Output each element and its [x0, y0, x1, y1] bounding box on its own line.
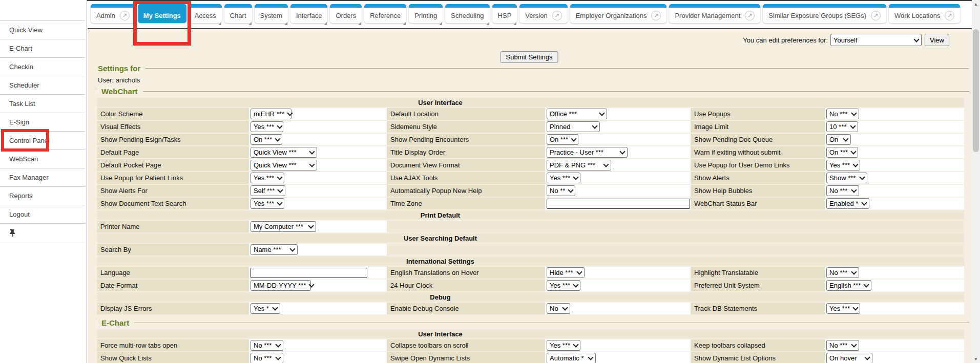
automatically-popup-new-help-cell: No **: [545, 185, 691, 198]
show-alerts-select[interactable]: Show ***: [826, 173, 867, 183]
tab-version[interactable]: Version↗: [519, 4, 567, 23]
enable-debug-console-select[interactable]: No: [547, 303, 570, 314]
help-icon[interactable]: ↗: [552, 11, 562, 20]
webchart-status-bar-select[interactable]: Enabled *: [826, 198, 869, 209]
tab-work-locations[interactable]: Work Locations↗: [889, 4, 960, 23]
setting-row: Show Quick ListsNo ***Swipe Open Dynamic…: [97, 352, 964, 363]
warn-if-exiting-without-submit-select[interactable]: On ***: [826, 147, 858, 158]
printer-name-select[interactable]: My Computer ***: [251, 221, 316, 232]
empty-cell: [387, 244, 964, 257]
chevron-down-icon: [619, 148, 625, 154]
preferences-user-select[interactable]: Yourself: [830, 34, 922, 46]
tab-label: Chart: [230, 12, 246, 19]
submit-settings-button[interactable]: Submit Settings: [500, 51, 558, 63]
vertical-scrollbar[interactable]: ▲ ▼: [972, 0, 980, 363]
scrollbar-thumb[interactable]: [973, 29, 979, 152]
sidemenu-style-select[interactable]: Pinned: [547, 121, 600, 132]
force-multi-row-tabs-open-select[interactable]: No ***: [251, 340, 283, 351]
tab-provider-management[interactable]: Provider Management↗: [669, 4, 760, 23]
tab-hsp[interactable]: HSP: [492, 4, 517, 23]
tab-admin[interactable]: Admin↗: [91, 4, 135, 23]
default-location-select[interactable]: Office ***: [547, 109, 607, 119]
show-document-text-search-select[interactable]: Yes ***: [251, 198, 284, 209]
sidebar-item-e-chart[interactable]: E-Chart: [0, 39, 85, 58]
automatically-popup-new-help-select[interactable]: No **: [547, 185, 575, 196]
select-value: Yes ***: [829, 161, 850, 169]
section-webchart: WebChartUser InterfaceColor SchememiEHR …: [96, 87, 972, 315]
visual-effects-select[interactable]: Yes ***: [251, 121, 283, 132]
pushpin-icon: [9, 229, 15, 237]
help-icon[interactable]: ↗: [120, 11, 130, 20]
sidebar-item-logout[interactable]: Logout: [0, 205, 85, 224]
tab-printing[interactable]: Printing: [409, 4, 443, 23]
show-dynamic-list-options-select[interactable]: On hover: [826, 353, 872, 363]
sidebar-item-scheduler[interactable]: Scheduler: [0, 76, 85, 95]
tab-label: Admin: [96, 12, 115, 19]
sidebar-item-quick-view[interactable]: Quick View: [0, 21, 85, 39]
default-page-select[interactable]: Quick View ***: [251, 147, 317, 158]
time-zone-input[interactable]: [547, 199, 690, 209]
use-popup-for-user-demo-links-select[interactable]: Yes ***: [826, 160, 860, 170]
show-alerts-for-select[interactable]: Self ***: [251, 185, 285, 196]
help-icon[interactable]: ↗: [945, 11, 954, 20]
show-pending-esign-tasks-select[interactable]: On ***: [251, 134, 282, 145]
tab-interface[interactable]: Interface: [290, 4, 328, 23]
language-input[interactable]: [251, 268, 367, 278]
view-button[interactable]: View: [925, 34, 949, 46]
sidebar-item-control-panel[interactable]: Control Panel: [0, 132, 85, 150]
sidebar-pin-toggle[interactable]: [0, 224, 85, 243]
sidebar-item-task-list[interactable]: Task List: [0, 95, 85, 113]
group-header-print-default: Print Default: [97, 210, 964, 221]
group-header-debug: Debug: [97, 292, 964, 303]
collapse-toolbars-on-scroll-select[interactable]: Yes ***: [547, 340, 580, 351]
help-icon[interactable]: ↗: [651, 11, 661, 20]
keep-toolbars-collapsed-select[interactable]: No ***: [826, 340, 859, 351]
scroll-down-arrow[interactable]: ▼: [972, 355, 980, 363]
color-scheme-select[interactable]: miEHR ***: [251, 109, 291, 119]
english-translations-on-hover-select[interactable]: Hide ***: [547, 267, 585, 278]
sidebar-item-checkin[interactable]: Checkin: [0, 58, 85, 76]
document-view-format-select[interactable]: PDF & PNG ***: [547, 160, 611, 170]
sidebar-item-reports[interactable]: Reports: [0, 187, 85, 205]
show-pending-encounters-select[interactable]: On ***: [547, 134, 578, 145]
track-db-statements-select[interactable]: Yes ***: [826, 303, 860, 314]
help-icon[interactable]: ↗: [745, 11, 755, 20]
tab-scheduling[interactable]: Scheduling: [445, 4, 489, 23]
24-hour-clock-select[interactable]: Yes ***: [547, 280, 580, 291]
highlight-translatable-select[interactable]: No ***: [826, 267, 859, 278]
sidebar-item-webscan[interactable]: WebScan: [0, 150, 85, 168]
tab-orders[interactable]: Orders: [330, 4, 362, 23]
use-popup-for-patient-links-select[interactable]: Yes ***: [251, 173, 284, 183]
tab-employer-organizations[interactable]: Employer Organizations↗: [570, 4, 667, 23]
use-popups-select[interactable]: No ***: [826, 109, 859, 119]
show-pending-doc-queue-select[interactable]: On: [826, 134, 851, 145]
sidebar-item-e-sign[interactable]: E-Sign: [0, 113, 85, 132]
show-help-bubbles-select[interactable]: No ***: [826, 185, 859, 196]
tab-reference[interactable]: Reference: [364, 4, 406, 23]
help-icon[interactable]: ↗: [871, 11, 881, 20]
tab-similar-exposure-groups-segs[interactable]: Similar Exposure Groups (SEGs)↗: [763, 4, 886, 23]
default-pocket-page-select[interactable]: Quick View ***: [251, 160, 317, 170]
show-quick-lists-select[interactable]: No ***: [251, 353, 283, 363]
preferred-unit-system-select[interactable]: English ***: [826, 280, 871, 291]
heading-rule: [143, 91, 969, 92]
tab-chart[interactable]: Chart: [224, 4, 252, 23]
color-scheme-cell: miEHR ***: [249, 108, 387, 121]
tab-system[interactable]: System: [255, 4, 288, 23]
setting-row: Date FormatMM-DD-YYYY ***24 Hour ClockYe…: [97, 280, 964, 292]
tab-menu-fold-icon: [358, 22, 361, 25]
setting-row: Visual EffectsYes ***Sidemenu StylePinne…: [97, 121, 964, 134]
swipe-open-dynamic-lists-select[interactable]: Automatic *: [547, 353, 596, 363]
image-limit-select[interactable]: 10 ***: [826, 121, 858, 132]
search-by-select[interactable]: Name ***: [251, 244, 298, 255]
tab-my-settings[interactable]: My Settings: [138, 4, 186, 23]
use-ajax-tools-select[interactable]: Yes ***: [547, 173, 580, 183]
title-display-order-select[interactable]: Practice - User ***: [547, 147, 628, 158]
sidebar-item-fax-manager[interactable]: Fax Manager: [0, 168, 85, 187]
default-page-label: Default Page: [97, 146, 249, 159]
date-format-select[interactable]: MM-DD-YYYY ***: [251, 280, 311, 291]
tab-access[interactable]: Access: [189, 4, 222, 23]
scroll-up-arrow[interactable]: ▲: [972, 0, 980, 8]
default-pocket-page-label: Default Pocket Page: [97, 159, 249, 172]
display-js-errors-select[interactable]: Yes *: [251, 303, 280, 314]
